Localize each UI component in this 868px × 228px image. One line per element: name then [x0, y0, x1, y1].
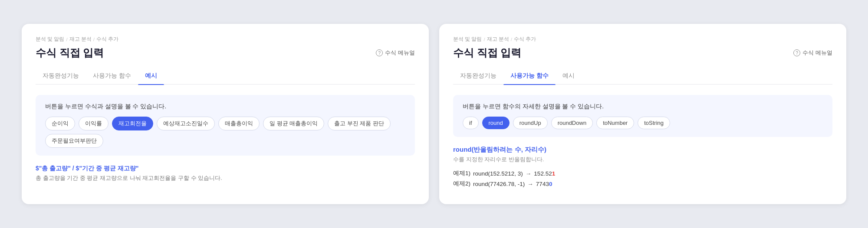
- breadcrumb-sep-2: /: [93, 37, 95, 42]
- example-1-arrow: →: [526, 170, 532, 177]
- example-2-result: 77430: [536, 181, 552, 187]
- example-1-result-highlight: 1: [552, 170, 556, 177]
- left-manual-label: 수식 메뉴얼: [385, 49, 415, 57]
- right-panel-title: 수식 직접 입력: [453, 46, 521, 60]
- left-panel: 분석 및 알림 / 재고 분석 / 수식 추가 수식 직접 입력 ? 수식 메뉴…: [22, 24, 429, 204]
- example-2-result-prefix: 7743: [536, 181, 549, 187]
- right-manual-label: 수식 메뉴얼: [802, 49, 832, 57]
- left-manual-link[interactable]: ? 수식 메뉴얼: [376, 49, 415, 57]
- func-subtitle: 수를 지정한 자리수로 반올림합니다.: [453, 156, 832, 163]
- formula-desc: 총 출고량을 기간 중 평균 재고량으로 나눠 재고회전율을 구할 수 있습니다…: [36, 174, 415, 182]
- right-tabs: 자동완성기능 사용가능 함수 예시: [453, 68, 832, 85]
- right-breadcrumb-item-1: 분석 및 알림: [453, 36, 482, 42]
- tag-예상재고소진일수[interactable]: 예상재고소진일수: [157, 117, 215, 130]
- tag-round[interactable]: round: [482, 117, 510, 129]
- example-2-expr: round(77426.78, -1): [473, 181, 525, 187]
- left-info-title: 버튼을 누르면 수식과 설명을 볼 수 있습니다.: [45, 103, 405, 111]
- example-1-expr: round(152.5212, 3): [473, 170, 523, 177]
- tag-매출총이익[interactable]: 매출총이익: [218, 117, 260, 130]
- breadcrumb-sep-1: /: [66, 37, 67, 42]
- example-1-label: 예제1): [453, 169, 470, 177]
- tab-autocomplete-right[interactable]: 자동완성기능: [453, 68, 503, 84]
- tab-functions-left[interactable]: 사용가능 함수: [86, 68, 138, 84]
- tag-tonumber[interactable]: toNumber: [596, 117, 634, 129]
- example-1-result-prefix: 152.52: [534, 170, 552, 177]
- right-breadcrumb-item-3: 수식 추가: [514, 36, 536, 42]
- tag-순이익[interactable]: 순이익: [45, 117, 75, 130]
- question-icon: ?: [376, 49, 383, 56]
- left-formula-section: $"총 출고량" / $"기간 중 평균 재고량" 총 출고량을 기간 중 평균…: [36, 164, 415, 182]
- left-tabs: 자동완성기능 사용가능 함수 예시: [36, 68, 415, 85]
- right-breadcrumb: 분석 및 알림 / 재고 분석 / 수식 추가: [453, 36, 832, 42]
- left-tags: 순이익 이익률 재고회전율 예상재고소진일수 매출총이익 일 평균 매출총이익 …: [45, 117, 405, 148]
- tag-재고회전율[interactable]: 재고회전율: [112, 117, 153, 130]
- right-question-icon: ?: [793, 49, 800, 56]
- right-panel-header: 수식 직접 입력 ? 수식 메뉴얼: [453, 46, 832, 60]
- right-breadcrumb-sep-1: /: [483, 37, 485, 42]
- breadcrumb-item-2: 재고 분석: [69, 36, 92, 42]
- tag-if[interactable]: if: [463, 117, 479, 129]
- example-2-result-highlight: 0: [549, 181, 552, 187]
- tag-tostring[interactable]: toString: [638, 117, 670, 129]
- right-manual-link[interactable]: ? 수식 메뉴얼: [793, 49, 832, 57]
- func-section: round(반올림하려는 수, 자리수) 수를 지정한 자리수로 반올림합니다.…: [453, 146, 832, 188]
- right-panel: 분석 및 알림 / 재고 분석 / 수식 추가 수식 직접 입력 ? 수식 메뉴…: [439, 24, 846, 204]
- breadcrumb-item-3: 수식 추가: [96, 36, 118, 42]
- right-breadcrumb-sep-2: /: [511, 37, 512, 42]
- left-breadcrumb: 분석 및 알림 / 재고 분석 / 수식 추가: [36, 36, 415, 42]
- tab-examples-left[interactable]: 예시: [138, 68, 164, 84]
- example-2-label: 예제2): [453, 180, 470, 188]
- tag-일평균매출총이익[interactable]: 일 평균 매출총이익: [263, 117, 324, 130]
- breadcrumb-item-1: 분석 및 알림: [36, 36, 64, 42]
- formula-link-text[interactable]: $"총 출고량" / $"기간 중 평균 재고량": [36, 165, 138, 172]
- panels-wrapper: 분석 및 알림 / 재고 분석 / 수식 추가 수식 직접 입력 ? 수식 메뉴…: [22, 24, 846, 204]
- left-panel-title: 수식 직접 입력: [36, 46, 104, 60]
- example-2-arrow: →: [527, 181, 533, 187]
- example-1-result: 152.521: [534, 170, 555, 177]
- tag-roundup[interactable]: roundUp: [513, 117, 548, 129]
- tag-출고부진제품판단[interactable]: 출고 부진 제품 판단: [328, 117, 391, 130]
- right-info-box: 버튼을 누르면 함수의 자세한 설명을 볼 수 있습니다. if round r…: [453, 95, 832, 137]
- example-2: 예제2) round(77426.78, -1) → 77430: [453, 180, 832, 188]
- right-tags: if round roundUp roundDown toNumber toSt…: [463, 117, 823, 129]
- left-panel-header: 수식 직접 입력 ? 수식 메뉴얼: [36, 46, 415, 60]
- func-title: round(반올림하려는 수, 자리수): [453, 146, 832, 154]
- tag-이익률[interactable]: 이익률: [79, 117, 108, 130]
- tab-functions-right[interactable]: 사용가능 함수: [503, 68, 556, 84]
- tag-rounddown[interactable]: roundDown: [551, 117, 593, 129]
- right-info-title: 버튼을 누르면 함수의 자세한 설명을 볼 수 있습니다.: [463, 103, 823, 111]
- left-info-box: 버튼을 누르면 수식과 설명을 볼 수 있습니다. 순이익 이익률 재고회전율 …: [36, 95, 415, 156]
- tab-examples-right[interactable]: 예시: [556, 68, 582, 84]
- right-breadcrumb-item-2: 재고 분석: [487, 36, 509, 42]
- tab-autocomplete-left[interactable]: 자동완성기능: [36, 68, 86, 84]
- example-1: 예제1) round(152.5212, 3) → 152.521: [453, 169, 832, 177]
- tag-주문필요여부판단[interactable]: 주문필요여부판단: [45, 134, 103, 148]
